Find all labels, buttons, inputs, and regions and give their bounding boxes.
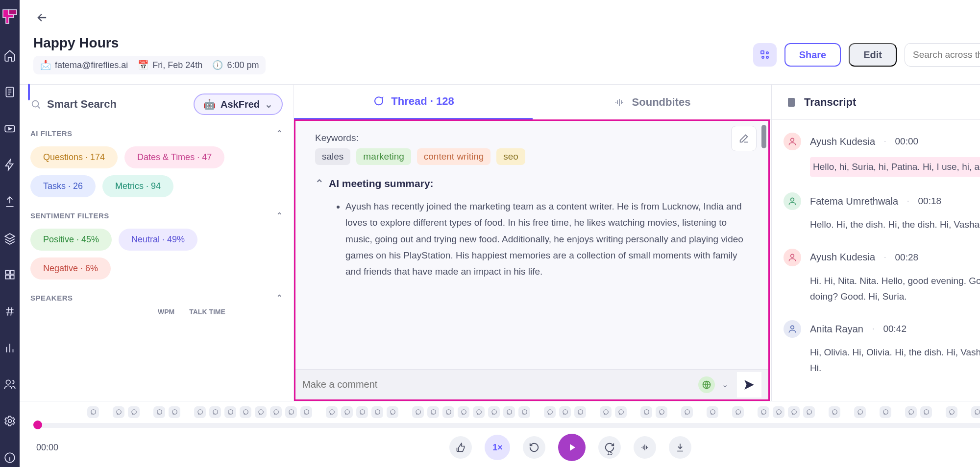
comment-marker-icon[interactable] <box>169 406 180 418</box>
keyword-chip[interactable]: content writing <box>417 148 491 165</box>
edit-button[interactable]: Edit <box>849 43 897 67</box>
back-button[interactable] <box>33 9 51 26</box>
chevron-up-icon[interactable]: ⌃ <box>276 129 283 138</box>
seek-bar[interactable] <box>33 423 980 428</box>
comment-marker-icon[interactable] <box>773 406 784 418</box>
comment-marker-icon[interactable] <box>87 406 99 418</box>
playhead[interactable] <box>33 420 42 429</box>
comment-marker-icon[interactable] <box>209 406 221 418</box>
marker-cluster[interactable] <box>946 406 957 418</box>
marker-cluster[interactable] <box>707 406 718 418</box>
send-comment-button[interactable] <box>736 372 761 397</box>
comment-marker-icon[interactable] <box>829 406 840 418</box>
transcript-turn[interactable]: Anita Rayan · 00:42 Hi, Olivia. Hi, Oliv… <box>784 312 980 384</box>
nav-apps-icon[interactable] <box>0 265 20 284</box>
marker-cluster[interactable] <box>153 406 180 418</box>
keyword-chip[interactable]: seo <box>496 148 525 165</box>
marker-cluster[interactable] <box>544 406 586 418</box>
nav-contacts-icon[interactable] <box>0 375 20 394</box>
thumbs-up-button[interactable] <box>449 436 472 459</box>
comment-marker-icon[interactable] <box>971 406 980 418</box>
comment-marker-icon[interactable] <box>255 406 267 418</box>
transcript-turn[interactable]: Ayush Kudesia · 00:00 Hello, hi, Suria, … <box>784 125 980 185</box>
marker-cluster[interactable] <box>640 406 667 418</box>
comment-marker-icon[interactable] <box>194 406 206 418</box>
comment-marker-icon[interactable] <box>880 406 891 418</box>
comment-marker-icon[interactable] <box>488 406 500 418</box>
marker-cluster[interactable] <box>971 406 980 418</box>
marker-cluster[interactable] <box>854 406 866 418</box>
comment-marker-icon[interactable] <box>544 406 556 418</box>
comment-marker-icon[interactable] <box>113 406 124 418</box>
comment-marker-icon[interactable] <box>600 406 612 418</box>
marker-cluster[interactable] <box>412 406 530 418</box>
comment-marker-icon[interactable] <box>758 406 769 418</box>
comment-marker-icon[interactable] <box>615 406 627 418</box>
askfred-button[interactable]: 🤖 AskFred ⌄ <box>194 93 283 115</box>
chip-questions[interactable]: Questions · 174 <box>30 146 118 168</box>
marker-cluster[interactable] <box>600 406 627 418</box>
comment-marker-icon[interactable] <box>371 406 383 418</box>
marker-cluster[interactable] <box>326 406 398 418</box>
transcript-search[interactable] <box>905 43 980 67</box>
chip-dates[interactable]: Dates & Times · 47 <box>124 146 224 168</box>
transcript-turn[interactable]: Ayush Kudesia · 00:28 Hi. Hi, Nita. Nita… <box>784 241 980 313</box>
comment-marker-icon[interactable] <box>326 406 338 418</box>
comment-marker-icon[interactable] <box>240 406 251 418</box>
comment-marker-icon[interactable] <box>559 406 571 418</box>
edit-note-button[interactable] <box>731 126 757 151</box>
comment-marker-icon[interactable] <box>442 406 454 418</box>
comment-marker-icon[interactable] <box>732 406 744 418</box>
nav-hash-icon[interactable] <box>0 302 20 321</box>
summary-heading[interactable]: ⌃ AI meeting summary: <box>315 178 749 189</box>
nav-info-icon[interactable] <box>0 448 20 467</box>
comment-marker-icon[interactable] <box>574 406 586 418</box>
share-button[interactable]: Share <box>784 43 841 67</box>
chip-neutral[interactable]: Neutral · 49% <box>119 229 197 251</box>
nav-notes-icon[interactable] <box>0 83 20 102</box>
marker-cluster[interactable] <box>87 406 99 418</box>
comment-marker-icon[interactable] <box>473 406 485 418</box>
waveform-button[interactable] <box>634 436 656 459</box>
marker-cluster[interactable] <box>194 406 312 418</box>
tab-soundbites[interactable]: Soundbites <box>533 85 771 119</box>
comment-marker-icon[interactable] <box>458 406 469 418</box>
comment-marker-icon[interactable] <box>640 406 652 418</box>
marker-cluster[interactable] <box>880 406 891 418</box>
comment-marker-icon[interactable] <box>803 406 815 418</box>
chip-positive[interactable]: Positive · 45% <box>30 229 112 251</box>
chip-tasks[interactable]: Tasks · 26 <box>30 175 96 197</box>
marker-cluster[interactable] <box>829 406 840 418</box>
rewind-button[interactable] <box>523 436 545 459</box>
transcript-turn[interactable]: Fatema Umrethwala · 00:18 Hello. Hi, the… <box>784 185 980 240</box>
nav-layers-icon[interactable] <box>0 229 20 248</box>
visibility-globe-icon[interactable] <box>698 376 715 393</box>
comment-marker-icon[interactable] <box>387 406 398 418</box>
comment-marker-icon[interactable] <box>427 406 439 418</box>
comment-marker-icon[interactable] <box>905 406 917 418</box>
comment-marker-icon[interactable] <box>285 406 297 418</box>
nav-home-icon[interactable] <box>0 46 20 65</box>
comment-marker-icon[interactable] <box>300 406 312 418</box>
transcript-search-input[interactable] <box>913 49 980 60</box>
scroll-thumb[interactable] <box>761 125 766 148</box>
comment-marker-icon[interactable] <box>656 406 667 418</box>
comment-marker-icon[interactable] <box>341 406 353 418</box>
chip-negative[interactable]: Negative · 6% <box>30 257 111 280</box>
comment-marker-icon[interactable] <box>503 406 515 418</box>
thread-content[interactable]: Keywords: sales marketing content writin… <box>295 121 768 369</box>
marker-cluster[interactable] <box>681 406 693 418</box>
nav-analytics-icon[interactable] <box>0 338 20 357</box>
visibility-dropdown[interactable]: ⌄ <box>717 380 733 389</box>
marker-cluster[interactable] <box>732 406 744 418</box>
comment-marker-icon[interactable] <box>153 406 165 418</box>
share-team-button[interactable] <box>753 43 777 67</box>
comment-marker-icon[interactable] <box>788 406 800 418</box>
marker-cluster[interactable] <box>113 406 140 418</box>
nav-bolt-icon[interactable] <box>0 156 20 175</box>
comment-marker-icon[interactable] <box>356 406 368 418</box>
marker-cluster[interactable] <box>758 406 815 418</box>
keyword-chip[interactable]: marketing <box>356 148 411 165</box>
chevron-up-icon[interactable]: ⌃ <box>276 293 283 302</box>
nav-video-icon[interactable] <box>0 119 20 138</box>
